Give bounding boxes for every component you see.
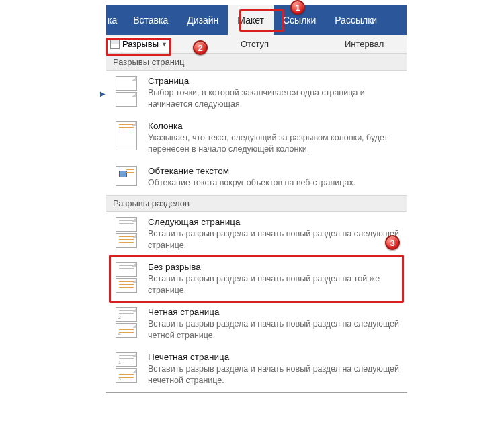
- ribbon-tab-mailings[interactable]: Рассылки: [325, 5, 386, 35]
- interval-group-label: Интервал: [345, 39, 384, 49]
- chevron-down-icon: ▼: [161, 41, 167, 48]
- menu-item-column[interactable]: Колонка Указывает, что текст, следующий …: [106, 117, 407, 162]
- column-break-icon: [113, 121, 140, 155]
- next-page-icon: [113, 217, 140, 251]
- section-header-page-breaks: Разрывы страниц: [106, 54, 407, 71]
- ribbon-tab-partial[interactable]: ка: [106, 5, 124, 35]
- menu-item-even-page[interactable]: 2 4 Четная страница Вставить разрыв разд…: [106, 303, 407, 348]
- item-title: Четная страница: [148, 307, 400, 317]
- callout-badge-2: 2: [193, 40, 208, 55]
- continuous-icon: [113, 262, 140, 296]
- item-description: Указывает, что текст, следующий за разры…: [148, 132, 400, 155]
- item-title: Нечетная страница: [148, 352, 400, 362]
- page-break-icon: [113, 76, 140, 110]
- breaks-icon: [110, 40, 120, 49]
- item-title: Следующая страница: [148, 217, 400, 227]
- ribbon-tab-design[interactable]: Дизайн: [177, 5, 228, 35]
- ribbon-tab-insert[interactable]: Вставка: [124, 5, 177, 35]
- menu-item-continuous[interactable]: Без разрыва Вставить разрыв раздела и на…: [106, 258, 407, 303]
- word-layout-breaks-panel: ка Вставка Дизайн Макет Ссылки Рассылки …: [106, 5, 407, 393]
- item-description: Вставить разрыв раздела и начать новый р…: [148, 363, 400, 386]
- menu-item-odd-page[interactable]: 1 3 Нечетная страница Вставить разрыв ра…: [106, 348, 407, 393]
- item-description: Вставить разрыв раздела и начать новый р…: [148, 273, 400, 296]
- breaks-dropdown-button[interactable]: Разрывы ▼: [108, 37, 171, 52]
- item-description: Обтекание текста вокруг объектов на веб-…: [148, 177, 400, 189]
- ribbon-tabs: ка Вставка Дизайн Макет Ссылки Рассылки: [106, 5, 407, 35]
- section-header-section-breaks: Разрывы разделов: [106, 195, 407, 212]
- ribbon-tab-layout[interactable]: Макет: [228, 5, 274, 35]
- ribbon-subbar: Разрывы ▼ Отступ Интервал: [106, 35, 407, 54]
- item-description: Вставить разрыв раздела и начать новый р…: [148, 318, 400, 341]
- even-page-icon: 2 4: [113, 307, 140, 341]
- callout-badge-1: 1: [290, 0, 305, 15]
- menu-item-text-wrapping[interactable]: Обтекание текстом Обтекание текста вокру…: [106, 162, 407, 196]
- current-marker-icon: ▶: [100, 90, 106, 97]
- breaks-label: Разрывы: [122, 39, 159, 49]
- text-wrapping-icon: [113, 166, 140, 189]
- item-description: Вставить разрыв раздела и начать новый р…: [148, 228, 400, 251]
- callout-badge-3: 3: [385, 235, 400, 250]
- item-title: Страница: [148, 76, 400, 86]
- item-title: Обтекание текстом: [148, 166, 400, 176]
- item-title: Колонка: [148, 121, 400, 131]
- item-description: Выбор точки, в которой заканчивается одн…: [148, 87, 400, 110]
- menu-item-page[interactable]: ▶ Страница Выбор точки, в которой заканч…: [106, 71, 407, 117]
- item-title: Без разрыва: [148, 262, 400, 272]
- odd-page-icon: 1 3: [113, 352, 140, 386]
- indent-group-label: Отступ: [241, 39, 269, 49]
- menu-item-next-page[interactable]: Следующая страница Вставить разрыв разде…: [106, 212, 407, 258]
